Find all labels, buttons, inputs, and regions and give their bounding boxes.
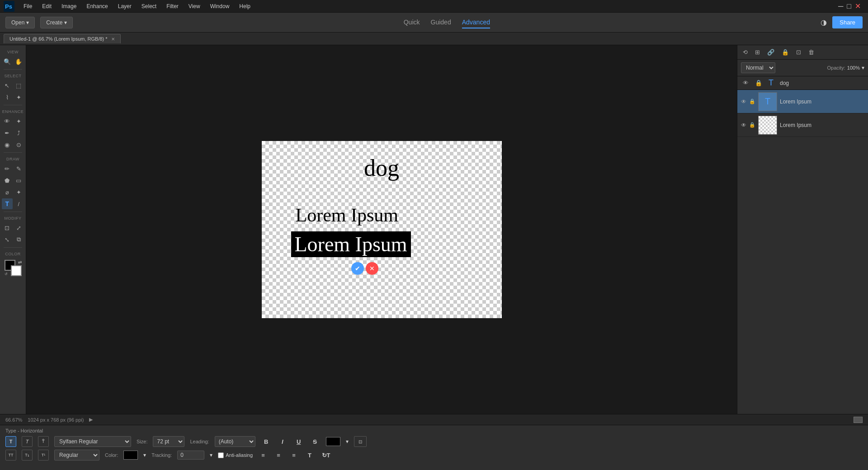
- panel-link-icon[interactable]: 🔗: [765, 48, 776, 56]
- tracking-input[interactable]: [177, 451, 204, 460]
- layer-lock-header-icon[interactable]: 🔒: [753, 79, 764, 87]
- mode-guided[interactable]: Guided: [431, 17, 451, 28]
- mode-quick[interactable]: Quick: [404, 17, 420, 28]
- panel-trash-icon[interactable]: 🗑: [807, 48, 816, 56]
- text-orientation-btn[interactable]: T: [304, 450, 315, 461]
- panel-adjust-icon[interactable]: ⊡: [794, 48, 803, 56]
- confirm-cancel-button[interactable]: ✕: [366, 262, 378, 275]
- brush-tool[interactable]: ✏: [2, 163, 13, 174]
- layer-1-eye-icon[interactable]: 👁: [741, 99, 746, 105]
- minimize-button[interactable]: ─: [838, 2, 843, 10]
- line-tool[interactable]: /: [14, 198, 24, 209]
- align-center-button[interactable]: ≡: [274, 450, 283, 460]
- shape-tool[interactable]: ▭: [14, 175, 24, 186]
- hand-tool[interactable]: ✋: [14, 56, 24, 67]
- align-right-button[interactable]: ≡: [289, 450, 299, 460]
- anti-alias-checkbox[interactable]: [218, 452, 224, 458]
- mode-tabs: Quick Guided Advanced: [404, 17, 490, 28]
- crop-tool[interactable]: ⊡: [2, 222, 13, 233]
- type-vertical-btn[interactable]: T: [22, 436, 33, 447]
- canvas-text-lorem2-selected[interactable]: Lorem Ipsum: [291, 231, 411, 257]
- confirm-ok-button[interactable]: ✔: [351, 262, 364, 275]
- menu-edit[interactable]: Edit: [38, 1, 56, 11]
- font-style-select[interactable]: Regular Bold Italic Bold Italic: [54, 450, 99, 461]
- menu-select[interactable]: Select: [137, 1, 161, 11]
- bold-button[interactable]: B: [261, 436, 272, 447]
- doc-tab[interactable]: Untitled-1 @ 66.7% (Lorem Ipsum, RGB/8) …: [4, 34, 121, 43]
- pencil-tool[interactable]: ✎: [14, 163, 24, 174]
- menu-enhance[interactable]: Enhance: [82, 1, 112, 11]
- dodge-tool[interactable]: ⊙: [14, 139, 24, 150]
- close-button[interactable]: ✕: [855, 2, 861, 10]
- blur-tool[interactable]: ◉: [2, 139, 13, 150]
- menu-file[interactable]: File: [19, 1, 37, 11]
- mode-advanced[interactable]: Advanced: [462, 17, 490, 28]
- panel-history-icon[interactable]: ⟲: [741, 48, 750, 56]
- menu-filter[interactable]: Filter: [162, 1, 183, 11]
- share-button[interactable]: Share: [832, 16, 863, 28]
- layer-1-lock-icon[interactable]: 🔒: [749, 99, 755, 104]
- type-subscript-btn[interactable]: T₁: [22, 450, 33, 461]
- brightness-toggle[interactable]: ◑: [821, 18, 827, 27]
- heal-tool[interactable]: ✒: [2, 127, 13, 138]
- background-color[interactable]: [11, 265, 22, 276]
- eye-tool[interactable]: 👁: [2, 116, 13, 127]
- clone-tool[interactable]: ✦: [14, 116, 24, 127]
- layer-visibility-icon[interactable]: 👁: [741, 79, 750, 87]
- straighten-tool[interactable]: ⤡: [2, 234, 13, 245]
- menu-help[interactable]: Help: [235, 1, 255, 11]
- layer-item-2[interactable]: 👁 🔒 Lorem Ipsum: [737, 113, 868, 137]
- patch-tool[interactable]: ⤴: [14, 127, 24, 138]
- warp-text-button[interactable]: ⊡: [354, 436, 367, 447]
- type-horizontal-btn[interactable]: T: [5, 436, 16, 447]
- dimensions-expand[interactable]: ▶: [89, 417, 93, 423]
- right-panel: ⟲ ⊞ 🔗 🔒 ⊡ 🗑 Normal Multiply Screen Overl…: [737, 45, 868, 414]
- create-chevron: ▾: [64, 19, 67, 26]
- layer-2-eye-icon[interactable]: 👁: [741, 122, 746, 128]
- transform-tool[interactable]: ⤢: [14, 222, 24, 233]
- underline-button[interactable]: U: [293, 436, 304, 447]
- lasso-tool[interactable]: ⌇: [2, 92, 13, 103]
- recompose-tool[interactable]: ⧉: [14, 234, 24, 245]
- open-button[interactable]: Open ▾: [5, 17, 35, 28]
- reset-colors-icon[interactable]: ↺: [5, 272, 8, 276]
- panel-lock-icon[interactable]: 🔒: [780, 48, 791, 56]
- swap-colors-icon[interactable]: ⇄: [18, 260, 22, 265]
- resize-handle[interactable]: [854, 417, 863, 423]
- type-superscript-btn[interactable]: T¹: [38, 450, 49, 461]
- quick-select-tool[interactable]: ✦: [14, 92, 24, 103]
- anti-alias-label[interactable]: Anti-aliasing: [218, 452, 253, 458]
- type-mask-btn[interactable]: T̈: [38, 436, 49, 447]
- panel-copy-icon[interactable]: ⊞: [753, 48, 762, 56]
- text-color-swatch[interactable]: [326, 437, 340, 446]
- italic-button[interactable]: I: [277, 436, 288, 447]
- custom-shape[interactable]: ✦: [14, 187, 24, 197]
- leading-select[interactable]: (Auto) 12 pt 18 pt: [215, 436, 255, 447]
- anti-alias-text: Anti-aliasing: [226, 452, 253, 458]
- align-left-button[interactable]: ≡: [258, 450, 268, 460]
- menu-view[interactable]: View: [184, 1, 205, 11]
- menu-image[interactable]: Image: [57, 1, 81, 11]
- create-label: Create: [46, 19, 62, 26]
- paint-bucket[interactable]: ⬟: [2, 175, 13, 186]
- blend-mode-select[interactable]: Normal Multiply Screen Overlay: [741, 62, 775, 73]
- type-size-btn[interactable]: TT: [5, 450, 16, 461]
- font-family-select[interactable]: Sylfaen Regular Arial Times New Roman: [54, 436, 131, 447]
- maximize-button[interactable]: □: [847, 2, 851, 10]
- font-size-select[interactable]: 72 pt 48 pt 36 pt 24 pt: [153, 436, 184, 447]
- type-tool[interactable]: T: [2, 198, 13, 209]
- move-tool[interactable]: ↖: [2, 80, 13, 91]
- marquee-tool[interactable]: ⬚: [14, 80, 24, 91]
- eyedropper-tool[interactable]: ⌀: [2, 187, 13, 197]
- create-button[interactable]: Create ▾: [40, 17, 73, 28]
- layer-2-lock-icon[interactable]: 🔒: [749, 122, 755, 128]
- menu-layer[interactable]: Layer: [113, 1, 136, 11]
- doc-tab-close[interactable]: ✕: [111, 37, 115, 42]
- zoom-tool[interactable]: 🔍: [2, 56, 13, 67]
- color-swatch2[interactable]: [123, 451, 138, 460]
- menu-window[interactable]: Window: [206, 1, 234, 11]
- layer-item-1[interactable]: 👁 🔒 T Lorem Ipsum: [737, 90, 868, 113]
- layer-name-header: dog: [780, 80, 789, 86]
- strikethrough-button[interactable]: S: [310, 436, 321, 447]
- text-rotate-btn[interactable]: ↻T: [321, 450, 331, 461]
